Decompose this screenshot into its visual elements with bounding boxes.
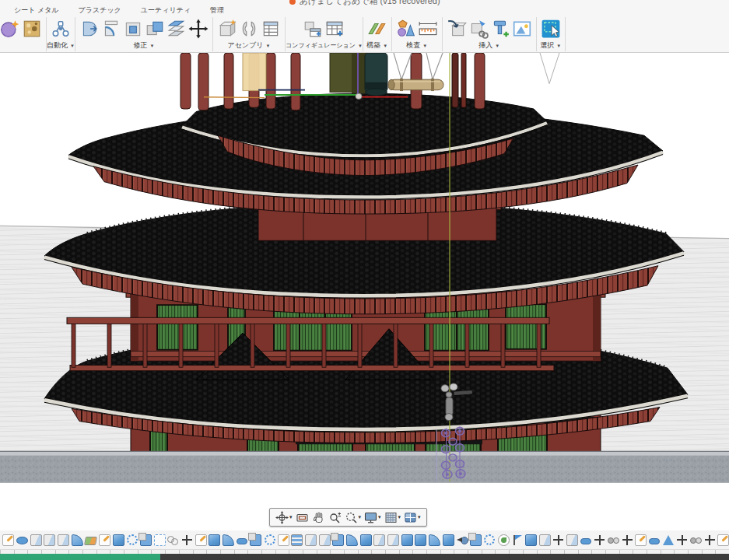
toolbar-group-automation-label[interactable]: 自動化▼ [47,40,75,51]
timeline-feature-loft-icon[interactable] [663,535,674,545]
tab-manage[interactable]: 管理 [210,5,224,16]
timeline-feature-sketch-icon[interactable] [635,534,647,546]
grid-layout-button[interactable]: ▾ [384,511,401,524]
pan-button[interactable] [312,511,325,524]
insert-derive-icon[interactable] [447,19,467,39]
configuration-table-icon[interactable] [324,19,345,39]
timeline-feature-sketch-icon[interactable] [195,534,207,546]
timeline-feature-move-icon[interactable] [704,534,716,546]
toolbar-group-insert-label[interactable]: 挿入▼ [478,40,499,51]
timeline-feature-combine-icon[interactable] [332,534,344,546]
timeline-feature-box-icon[interactable] [387,534,399,546]
fillet-icon[interactable] [101,19,121,39]
press-pull-icon[interactable] [79,19,100,39]
toolbar-group-construct-label[interactable]: 構築▼ [366,40,387,51]
timeline-feature-box-icon[interactable] [305,534,317,546]
display-settings-button[interactable]: ▾ [364,511,381,524]
toolbar-group-configuration-label[interactable]: コンフィギュレーション▼ [286,40,363,51]
timeline-feature-move-icon[interactable] [622,534,633,546]
timeline-feature-combine-icon[interactable] [250,534,261,546]
tab-plastic[interactable]: プラスチック [79,5,121,16]
select-window-icon[interactable] [541,19,561,39]
timeline-feature-group-icon[interactable] [608,534,619,546]
timeline-feature-pull-icon[interactable] [457,534,468,546]
bom-table-icon[interactable] [261,19,281,39]
split-body-icon[interactable] [166,19,187,39]
timeline-feature-move-icon[interactable] [552,534,564,546]
timeline-feature-box-icon[interactable] [30,534,42,546]
tab-utilities[interactable]: ユーティリティ [141,5,191,16]
timeline-feature-box-icon[interactable] [539,534,551,546]
timeline-feature-fillet-icon[interactable] [346,534,358,546]
construction-plane-icon[interactable] [367,19,387,39]
timeline-feature-combine-icon[interactable] [470,534,482,546]
3d-viewport[interactable]: ▾ [0,53,729,530]
timeline-feature-extrude-icon[interactable] [209,534,220,546]
orbit-dropdown-caret-icon[interactable]: ▾ [289,514,293,520]
timeline-feature-extrude-icon[interactable] [415,534,426,546]
timeline-feature-pill-icon[interactable] [237,538,247,544]
timeline-feature-leaf-icon[interactable] [498,534,510,546]
insert-fastener-icon[interactable] [490,19,510,39]
insert-mesh-icon[interactable] [468,19,489,39]
timeline-feature-sketch-icon[interactable] [2,534,14,546]
timeline-feature-flag-icon[interactable] [511,534,523,546]
timeline-feature-combine-icon[interactable] [140,534,152,546]
timeline-feature-frame-icon[interactable] [154,534,166,546]
timeline-feature-box-icon[interactable] [566,534,578,546]
toolbar-group-inspect-label[interactable]: 検査▼ [406,40,427,51]
timeline-feature-box-icon[interactable] [319,534,331,546]
toolbar-group-modify-label[interactable]: 修正▼ [134,40,155,51]
timeline-feature-box-icon[interactable] [373,534,385,546]
appearance-texture-icon[interactable] [22,19,42,39]
tab-sheet-metal[interactable]: シート メタル [14,5,59,16]
move-copy-icon[interactable] [188,19,209,39]
toolbar-group-assemble-label[interactable]: アセンブリ▼ [227,40,270,51]
timeline-feature-pattern-icon[interactable] [484,534,495,545]
create-form-icon[interactable] [0,19,20,39]
timeline-feature-sketch-icon[interactable] [717,534,729,546]
inspect-shapes-icon[interactable] [396,19,416,39]
fit-dropdown-caret-icon[interactable]: ▾ [359,514,362,520]
shell-icon[interactable] [123,19,143,39]
look-at-button[interactable] [296,511,309,524]
combine-icon[interactable] [145,19,165,39]
timeline-feature-pattern-icon[interactable] [265,534,275,545]
timeline-feature-move-icon[interactable] [181,534,193,546]
automation-graph-icon[interactable] [51,19,71,39]
timeline-feature-link-icon[interactable] [167,534,179,546]
timeline-feature-sketch-icon[interactable] [278,534,289,546]
timeline-feature-pill-icon[interactable] [649,538,660,544]
fit-button[interactable]: ▾ [345,511,362,524]
timeline-feature-move-icon[interactable] [676,534,688,546]
measure-icon[interactable] [418,19,438,39]
display-dropdown-caret-icon[interactable]: ▾ [378,514,381,520]
orbit-button[interactable]: ▾ [275,511,293,524]
timeline-feature-fillet-icon[interactable] [72,534,83,546]
timeline-feature-form-icon[interactable] [16,537,28,544]
timeline-feature-sketch-icon[interactable] [99,534,110,546]
timeline-feature-extrude-icon[interactable] [360,534,372,546]
timeline-feature-offset-icon[interactable] [291,534,303,546]
timeline-feature-box-icon[interactable] [44,534,55,546]
toolbar-group-select-label[interactable]: 選択▼ [540,40,561,51]
viewports-dropdown-caret-icon[interactable]: ▾ [418,514,421,520]
insert-canvas-icon[interactable] [512,19,532,39]
timeline-feature-extrude-icon[interactable] [525,534,537,546]
timeline-feature-fillet-icon[interactable] [429,534,440,546]
timeline-feature-fillet-icon[interactable] [223,534,234,546]
zoom-button[interactable] [328,511,342,524]
timeline-feature-group-icon[interactable] [690,534,702,546]
new-component-icon[interactable] [217,19,237,39]
timeline-feature-plane-icon[interactable] [84,537,97,545]
grid-dropdown-caret-icon[interactable]: ▾ [398,514,401,520]
configure-component-icon[interactable] [303,19,323,39]
timeline-feature-box-icon[interactable] [58,534,69,546]
joint-icon[interactable] [239,19,259,39]
timeline-feature-pill-icon[interactable] [580,538,591,544]
timeline-progress-segment[interactable] [0,554,160,560]
viewport-canvas[interactable] [0,53,729,530]
timeline-feature-extrude-icon[interactable] [443,534,454,546]
timeline-feature-extrude-icon[interactable] [113,534,124,546]
viewports-button[interactable]: ▾ [404,511,421,524]
